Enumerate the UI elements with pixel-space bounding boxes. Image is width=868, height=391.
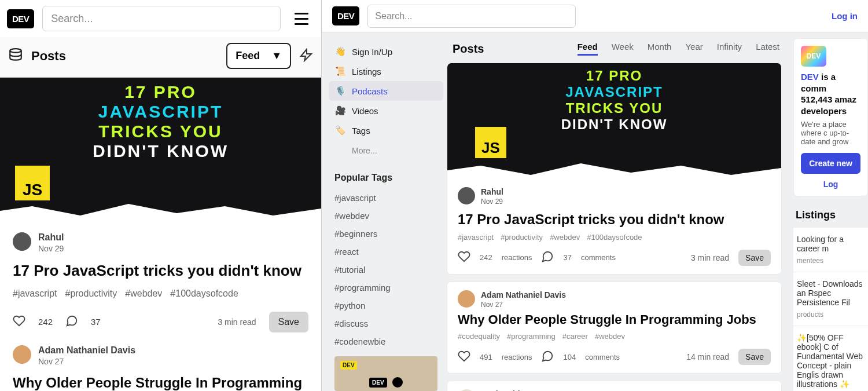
post-hero-image[interactable]: 17 PRO JAVASCRIPT TRICKS YOU DIDN'T KNOW… bbox=[0, 78, 321, 220]
hero-line3: TRICKS YOU bbox=[0, 122, 321, 141]
sidebar-more[interactable]: More... bbox=[329, 140, 443, 161]
promo-brand: DEV bbox=[801, 72, 819, 82]
post-hero-image[interactable]: 17 PRO JAVASCRIPT TRICKS YOU DIDN'T KNOW… bbox=[447, 63, 781, 179]
tag[interactable]: #productivity bbox=[65, 288, 117, 299]
tag[interactable]: #webdev bbox=[125, 288, 162, 299]
login-link[interactable]: Log bbox=[801, 180, 860, 189]
avatar[interactable] bbox=[458, 187, 475, 204]
chip-dev: DEV bbox=[340, 361, 357, 370]
filter-latest[interactable]: Latest bbox=[756, 42, 779, 56]
listing-item[interactable]: Looking for a career m mentees bbox=[793, 227, 868, 272]
popular-tags-title: Popular Tags bbox=[329, 161, 443, 189]
sidebar-thumbnail[interactable]: DEV DEV bbox=[334, 356, 437, 391]
comment-icon[interactable] bbox=[541, 350, 554, 364]
comment-icon[interactable] bbox=[541, 250, 554, 265]
tag[interactable]: #webdev bbox=[550, 233, 580, 242]
listings-title: Listings bbox=[793, 203, 868, 227]
heart-icon[interactable] bbox=[458, 250, 470, 265]
heart-icon[interactable] bbox=[13, 315, 25, 329]
popular-tag[interactable]: #react bbox=[329, 243, 443, 261]
tag[interactable]: #javascript bbox=[458, 233, 494, 242]
heart-icon[interactable] bbox=[458, 350, 470, 364]
sidebar-item-listings[interactable]: 📜 Listings bbox=[329, 61, 443, 81]
mic-icon: 🎙️ bbox=[334, 86, 346, 96]
popular-tag[interactable]: #programming bbox=[329, 279, 443, 297]
hamburger-icon[interactable] bbox=[289, 6, 314, 31]
save-button[interactable]: Save bbox=[269, 312, 308, 332]
popular-tag[interactable]: #discuss bbox=[329, 315, 443, 332]
popular-tag[interactable]: #webdev bbox=[329, 207, 443, 225]
listing-text: Looking for a career m bbox=[797, 235, 865, 253]
sidebar-item-signin[interactable]: 👋 Sign In/Up bbox=[329, 42, 443, 61]
filter-feed[interactable]: Feed bbox=[578, 42, 598, 56]
sidebar-item-label: Podcasts bbox=[352, 86, 388, 96]
filter-year[interactable]: Year bbox=[685, 42, 703, 56]
author-name[interactable]: Adam Nathaniel Davis bbox=[481, 290, 566, 299]
author-name[interactable]: Adam Nathaniel Davis bbox=[38, 345, 135, 356]
avatar[interactable] bbox=[458, 290, 475, 308]
filter-tabs: Feed Week Month Year Infinity Latest bbox=[578, 42, 779, 56]
tag[interactable]: #webdev bbox=[595, 332, 625, 341]
author-name[interactable]: Rahul bbox=[481, 187, 503, 196]
tag[interactable]: #javascript bbox=[13, 288, 57, 299]
popular-tag[interactable]: #codenewbie bbox=[329, 332, 443, 350]
avatar[interactable] bbox=[13, 232, 31, 251]
filter-week[interactable]: Week bbox=[612, 42, 634, 56]
listing-item[interactable]: ✨[50% OFF ebook] C of Fundamental Web Co… bbox=[793, 326, 868, 391]
post-meta: 491 reactions 104 comments 14 min read S… bbox=[458, 349, 771, 365]
tag[interactable]: #programming bbox=[507, 332, 556, 341]
dev-logo[interactable]: DEV bbox=[7, 9, 34, 28]
search-input[interactable]: Search... bbox=[367, 5, 576, 28]
hero-line3: TRICKS YOU bbox=[447, 100, 781, 116]
sidebar-item-podcasts[interactable]: 🎙️ Podcasts bbox=[329, 81, 443, 101]
comment-icon[interactable] bbox=[65, 315, 78, 329]
tag[interactable]: #codequality bbox=[458, 332, 500, 341]
post-meta: 242 37 3 min read Save bbox=[13, 312, 308, 332]
filter-month[interactable]: Month bbox=[648, 42, 672, 56]
create-account-button[interactable]: Create new bbox=[801, 153, 860, 174]
reactions-count: 242 bbox=[480, 253, 492, 262]
popular-tag[interactable]: #tutorial bbox=[329, 261, 443, 279]
main-column: Posts Feed Week Month Year Infinity Late… bbox=[443, 38, 790, 391]
tag-icon: 🏷️ bbox=[334, 125, 346, 136]
listing-item[interactable]: Sleet - Downloads an Rspec Persistence F… bbox=[793, 272, 868, 326]
hero-line2: JAVASCRIPT bbox=[0, 102, 321, 122]
filter-infinity[interactable]: Infinity bbox=[717, 42, 742, 56]
save-button[interactable]: Save bbox=[738, 250, 771, 266]
bolt-icon[interactable] bbox=[299, 48, 313, 64]
dev-logo[interactable]: DEV bbox=[332, 6, 359, 25]
tag[interactable]: #100daysofcode bbox=[170, 288, 238, 299]
sidebar-item-tags[interactable]: 🏷️ Tags bbox=[329, 120, 443, 140]
right-rail: DEV DEV is a comm 512,443 amaz developer… bbox=[790, 38, 868, 391]
tag[interactable]: #productivity bbox=[501, 233, 543, 242]
db-icon bbox=[8, 47, 23, 65]
tag[interactable]: #career bbox=[562, 332, 588, 341]
post-tags: #javascript #productivity #webdev #100da… bbox=[458, 233, 771, 242]
feed-dropdown[interactable]: Feed ▼ bbox=[226, 43, 291, 69]
hero-line2: JAVASCRIPT bbox=[447, 84, 781, 100]
save-button[interactable]: Save bbox=[738, 349, 771, 365]
search-input[interactable]: Search... bbox=[42, 6, 281, 31]
tag[interactable]: #100daysofcode bbox=[587, 233, 642, 242]
desktop-header: DEV Search... Log in bbox=[322, 0, 868, 32]
read-time: 14 min read bbox=[686, 352, 729, 361]
popular-tag[interactable]: #python bbox=[329, 297, 443, 315]
reactions-count: 242 bbox=[38, 317, 53, 327]
post-title[interactable]: 17 Pro JavaScript tricks you didn't know bbox=[458, 211, 771, 228]
sidebar-item-videos[interactable]: 🎥 Videos bbox=[329, 101, 443, 120]
main-header: Posts Feed Week Month Year Infinity Late… bbox=[447, 38, 782, 63]
post-tags: #codequality #programming #career #webde… bbox=[458, 332, 771, 341]
popular-tag[interactable]: #beginners bbox=[329, 225, 443, 243]
promo-text: developers bbox=[801, 105, 860, 117]
login-link[interactable]: Log in bbox=[832, 11, 858, 21]
feed-dropdown-label: Feed bbox=[236, 50, 260, 62]
chip-circle bbox=[392, 377, 403, 388]
camera-icon: 🎥 bbox=[334, 105, 346, 116]
post-title[interactable]: 17 Pro JavaScript tricks you didn't know bbox=[13, 261, 308, 280]
author-name[interactable]: Rahul bbox=[38, 232, 64, 243]
popular-tag[interactable]: #javascript bbox=[329, 189, 443, 207]
avatar[interactable] bbox=[13, 345, 31, 364]
chip-dev2: DEV bbox=[369, 378, 387, 388]
post-title[interactable]: Why Older People Struggle In Programming… bbox=[458, 312, 771, 327]
post-title[interactable]: Why Older People Struggle In Programming… bbox=[13, 374, 308, 392]
